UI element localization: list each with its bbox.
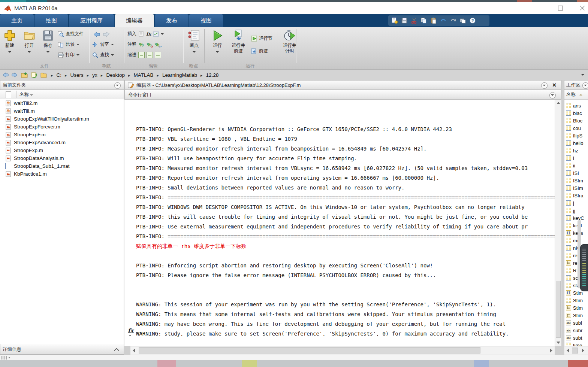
variable-row[interactable]: {} abc keyC	[564, 214, 588, 222]
maximize-button[interactable]	[552, 2, 569, 14]
workspace-scroll-left-icon[interactable]	[567, 349, 569, 352]
goto-dropdown-icon[interactable]	[111, 44, 114, 45]
variable-row[interactable]: {} abc hz	[564, 147, 588, 154]
file-row[interactable]: fx StroopExpWaitTillOnlyafterstim.m	[0, 115, 124, 123]
dock-window-icon[interactable]	[459, 17, 466, 24]
ribbon-tab[interactable]: 主页	[0, 14, 34, 27]
ribbon-tab[interactable]: 应用程序	[69, 14, 114, 27]
ribbon-tab[interactable]: 绘图	[34, 14, 68, 27]
variable-row[interactable]: {} abc cou	[564, 124, 588, 132]
redo-icon[interactable]	[450, 17, 456, 24]
new-dropdown-icon[interactable]	[8, 51, 11, 53]
advance-button[interactable]: 前进	[251, 48, 268, 54]
variable-row[interactable]: {} abc subr	[564, 327, 588, 334]
variable-row[interactable]: {} abc ISIra	[564, 192, 588, 199]
back-button[interactable]	[93, 31, 100, 37]
collapse-details-icon[interactable]	[114, 348, 119, 353]
scroll-left-icon[interactable]	[133, 349, 135, 352]
save-button[interactable]: 保存	[39, 28, 57, 54]
file-row[interactable]: fx KbPractice1.m	[0, 170, 124, 178]
breadcrumb-item[interactable]: 12.28	[197, 72, 218, 78]
file-row[interactable]: fx StroopExp.m	[0, 146, 124, 154]
variable-row[interactable]: {} abc time	[564, 342, 588, 346]
variable-row[interactable]: {} abc i	[564, 154, 588, 162]
run-button[interactable]: 运行	[208, 28, 226, 54]
variable-row[interactable]: {} abc Stim	[564, 297, 588, 304]
scroll-down-icon[interactable]	[557, 342, 560, 344]
insert-script-icon[interactable]	[138, 31, 144, 37]
forward-button[interactable]	[103, 31, 110, 37]
run-time-button[interactable]: 运行并 计时	[279, 28, 301, 54]
insert-function-icon[interactable]: fx	[146, 31, 151, 37]
open-button[interactable]: 打开	[20, 28, 38, 54]
close-button[interactable]	[574, 2, 588, 14]
find-files-button[interactable]: 查找文件	[58, 31, 84, 37]
insert-dropdown-icon[interactable]	[161, 33, 164, 35]
variable-row[interactable]: {} abc ii	[564, 162, 588, 169]
variable-row[interactable]: {} abc keyI	[564, 222, 588, 229]
type-column-icon[interactable]	[6, 91, 11, 98]
new-button[interactable]: 新建	[1, 28, 19, 54]
find-button[interactable]: 查找	[92, 52, 114, 58]
variable-row[interactable]: {} abc Stim	[564, 304, 588, 312]
find-dropdown-icon[interactable]	[111, 54, 114, 56]
smart-indent-icon[interactable]	[138, 52, 145, 58]
variable-row[interactable]: {} abc subi	[564, 319, 588, 327]
save-dropdown-icon[interactable]	[46, 51, 49, 53]
variable-row[interactable]: {} abc Stim	[564, 312, 588, 319]
browse-folder-icon[interactable]	[31, 72, 37, 78]
variable-row[interactable]: {} abc ans	[564, 102, 588, 109]
breakpoints-dropdown-icon[interactable]	[193, 51, 196, 53]
breadcrumb-item[interactable]: MATLAB	[125, 72, 154, 78]
insert-section-icon[interactable]	[153, 31, 159, 37]
variable-row[interactable]: {} abc ISIm	[564, 177, 588, 184]
statusbar-grip-icon[interactable]	[1, 356, 7, 360]
copy-icon[interactable]	[420, 17, 427, 24]
minimize-button[interactable]	[530, 2, 548, 14]
variable-row[interactable]: {} abc flipS	[564, 132, 588, 139]
compare-button[interactable]: 比较	[58, 41, 79, 48]
run-dropdown-icon[interactable]	[216, 51, 219, 53]
new-script-icon[interactable]	[391, 17, 398, 24]
variable-row[interactable]: {} abc keys	[564, 229, 588, 237]
file-row[interactable]: fx waitTill2.m	[0, 99, 124, 107]
workspace-horizontal-scrollbar[interactable]	[564, 346, 588, 355]
nav-back-icon[interactable]	[2, 72, 9, 78]
file-row[interactable]: fx StroopExpAdvanced.m	[0, 139, 124, 146]
workspace-column-header[interactable]: 名称	[564, 90, 588, 100]
address-dropdown-icon[interactable]	[581, 74, 584, 76]
goto-button[interactable]: 转至	[92, 41, 114, 48]
wrap-comments-icon[interactable]: %	[154, 42, 160, 48]
file-row[interactable]: fx waitTill.m	[0, 107, 124, 115]
details-header[interactable]: 详细信息	[0, 344, 124, 355]
command-window[interactable]: PTB-INFO: OpenGL-Renderer is NVIDIA Corp…	[124, 100, 555, 346]
indent-left-icon[interactable]	[155, 52, 161, 58]
workspace-scroll-right-icon[interactable]	[582, 349, 584, 352]
print-button[interactable]: 打印	[58, 52, 79, 58]
variable-row[interactable]: {} abc Bloc	[564, 117, 588, 124]
comment-icon[interactable]: %	[138, 42, 144, 48]
scroll-up-icon[interactable]	[557, 102, 560, 104]
variable-row[interactable]: {} abc ISIm	[564, 184, 588, 192]
nav-forward-icon[interactable]	[11, 72, 18, 78]
workspace-menu-icon[interactable]	[582, 82, 588, 89]
run-advance-button[interactable]: 运行并 前进	[228, 28, 249, 54]
save-icon[interactable]	[401, 17, 408, 24]
help-icon[interactable]: ?	[469, 17, 476, 24]
file-row[interactable]: fx StroopExpForever.m	[0, 123, 124, 131]
breakpoints-button[interactable]: 断点	[184, 28, 204, 54]
scroll-right-icon[interactable]	[550, 349, 552, 352]
variable-row[interactable]: {} abc j	[564, 199, 588, 207]
command-horizontal-scrollbar[interactable]	[130, 346, 555, 355]
variable-row[interactable]: {} abc hello	[564, 139, 588, 147]
file-row[interactable]: fx StroopDataAnalysis.m	[0, 154, 124, 162]
file-row[interactable]: fx StroopData_Sub1_1.mat	[0, 162, 124, 170]
compare-dropdown-icon[interactable]	[76, 44, 79, 45]
vertical-scroll-thumb[interactable]	[556, 281, 561, 338]
ribbon-tab[interactable]: 视图	[189, 14, 223, 27]
variable-row[interactable]: {} abc subt	[564, 334, 588, 342]
panel-menu-icon[interactable]	[114, 82, 121, 89]
open-dropdown-icon[interactable]	[28, 51, 31, 53]
ribbon-tab[interactable]: 编辑器	[115, 14, 154, 27]
breadcrumb-item[interactable]: yx	[84, 72, 97, 78]
